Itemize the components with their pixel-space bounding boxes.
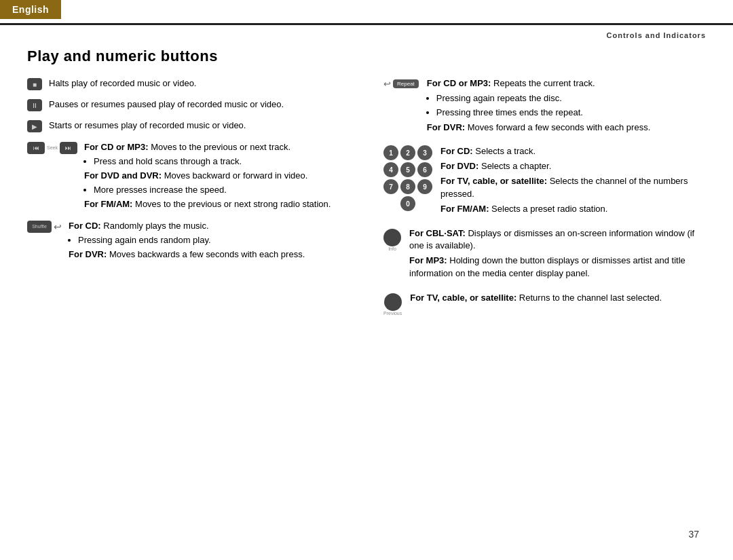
info-icon[interactable] [383,229,401,246]
numeric-row-4: 0 [383,196,432,211]
numeric-buttons-text: For CD: Selects a track. For DVD: Select… [440,145,706,217]
page-heading: Play and numeric buttons [27,48,706,65]
pause-icon[interactable]: ⏸ [27,99,42,111]
stop-button-item: ■ Halts play of recorded music or video. [27,77,350,92]
seek-button-item: ⏮ Seek ⏭ For CD or MP3: Moves to the pre… [27,141,350,213]
page-number: 37 [688,529,699,540]
right-column: ↩ Repeat For CD or MP3: Repeats the curr… [377,77,706,325]
shuffle-area: Shuffle ↩ [27,221,62,233]
previous-button-text: For TV, cable, or satellite: Returns to … [410,292,706,307]
info-button-text: For CBL·SAT: Displays or dismisses an on… [409,227,706,282]
left-column: ■ Halts play of recorded music or video.… [27,77,356,325]
shuffle-arrow-icon: ↩ [54,221,62,232]
previous-button-item: Previous For TV, cable, or satellite: Re… [383,292,706,316]
shuffle-button-text: For CD: Randomly plays the music. Pressi… [69,220,350,263]
numeric-buttons-group: 1 2 3 4 5 6 7 8 9 0 [383,145,432,211]
num-7-button[interactable]: 7 [383,179,398,194]
seek-label: Seek [47,145,58,150]
previous-label: Previous [383,311,402,316]
seek-button-icons: ⏮ Seek ⏭ [27,142,77,154]
columns-layout: ■ Halts play of recorded music or video.… [27,77,706,325]
pause-button-item: ⏸ Pauses or resumes paused play of recor… [27,98,350,113]
repeat-icon[interactable]: Repeat [393,79,419,88]
num-9-button[interactable]: 9 [417,179,432,194]
shuffle-button-icons: Shuffle ↩ [27,221,62,233]
repeat-arrow-icon: ↩ [383,79,391,89]
seek-button-text: For CD or MP3: Moves to the previous or … [84,141,350,213]
num-5-button[interactable]: 5 [400,162,415,177]
num-8-button[interactable]: 8 [400,179,415,194]
play-button-item: ▶ Starts or resumes play of recorded mus… [27,119,350,134]
play-button-icon: ▶ [27,120,42,132]
prev-track-icon[interactable]: ⏮ [27,142,45,154]
num-1-button[interactable]: 1 [383,145,398,160]
next-track-icon[interactable]: ⏭ [60,142,77,154]
pause-button-icon: ⏸ [27,99,42,111]
pause-button-text: Pauses or resumes paused play of recorde… [49,98,350,113]
header-divider [0,23,733,25]
num-6-button[interactable]: 6 [417,162,432,177]
main-content: Play and numeric buttons ■ Halts play of… [27,48,706,519]
repeat-button-text: For CD or MP3: Repeats the current track… [427,77,706,136]
shuffle-button-item: Shuffle ↩ For CD: Randomly plays the mus… [27,220,350,263]
num-0-button[interactable]: 0 [400,196,415,211]
numeric-row-3: 7 8 9 [383,179,432,194]
stop-button-text: Halts play of recorded music or video. [49,77,350,92]
language-tab: English [0,0,61,19]
info-button-item: Info For CBL·SAT: Displays or dismisses … [383,227,706,282]
num-2-button[interactable]: 2 [400,145,415,160]
stop-button-icon: ■ [27,78,42,90]
shuffle-icon[interactable]: Shuffle [27,221,52,233]
info-label: Info [388,246,396,251]
play-icon[interactable]: ▶ [27,120,42,132]
numeric-row-1: 1 2 3 [383,145,432,160]
section-title: Controls and Indicators [607,31,706,39]
num-3-button[interactable]: 3 [417,145,432,160]
num-4-button[interactable]: 4 [383,162,398,177]
numeric-row-2: 4 5 6 [383,162,432,177]
previous-icon[interactable] [384,293,402,311]
play-button-text: Starts or resumes play of recorded music… [49,119,350,134]
stop-icon[interactable]: ■ [27,78,42,90]
numeric-buttons-item: 1 2 3 4 5 6 7 8 9 0 [383,145,706,217]
repeat-button-item: ↩ Repeat For CD or MP3: Repeats the curr… [383,77,706,136]
